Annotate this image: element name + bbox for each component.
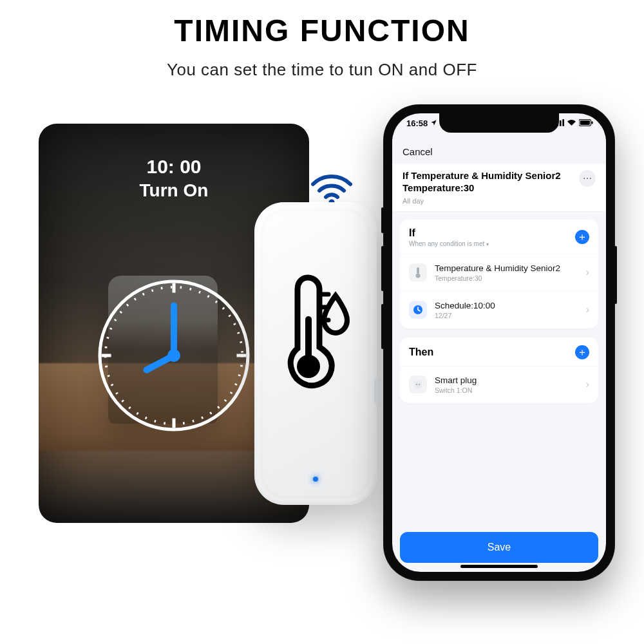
automation-title: If Temperature & Humidity Senior2 Temper… [402, 170, 573, 194]
svg-rect-17 [560, 120, 562, 126]
sensor-notch [374, 378, 381, 404]
sensor-led [313, 477, 318, 482]
status-time: 16:58 [406, 118, 428, 128]
action-title: Smart plug [435, 375, 578, 385]
scene-time: 10: 00 [39, 156, 309, 178]
plug-icon [409, 375, 427, 393]
then-section: Then ＋ Smart plug Switch 1:ON [400, 337, 598, 403]
thermometer-humidity-icon [274, 271, 357, 400]
if-title: If [409, 227, 489, 239]
automation-header: If Temperature & Humidity Senior2 Temper… [392, 164, 606, 212]
wifi-status-icon [567, 118, 576, 128]
svg-point-23 [416, 274, 421, 278]
if-section: If When any condition is met ▾ ＋ Tempe [400, 220, 598, 328]
phone-mockup: 16:58 [383, 104, 615, 581]
svg-rect-18 [562, 119, 564, 126]
svg-rect-20 [580, 120, 590, 125]
wifi-icon [309, 170, 354, 206]
chevron-right-icon: › [586, 267, 589, 278]
svg-point-8 [167, 349, 180, 362]
svg-point-27 [419, 384, 420, 385]
stage: 10: 00 Turn On [0, 99, 644, 614]
then-title: Then [409, 346, 433, 358]
chevron-right-icon: › [586, 379, 589, 390]
svg-rect-25 [414, 381, 422, 388]
more-button[interactable]: ⋯ [579, 170, 596, 187]
automation-subtitle: All day [402, 197, 573, 205]
schedule-row[interactable]: Schedule:10:00 12/27 › [400, 291, 598, 328]
condition-detail: Temperature:30 [435, 274, 578, 282]
battery-icon [579, 118, 593, 128]
condition-row[interactable]: Temperature & Humidity Senior2 Temperatu… [400, 254, 598, 291]
add-condition-button[interactable]: ＋ [575, 230, 589, 244]
chevron-right-icon: › [586, 304, 589, 316]
add-action-button[interactable]: ＋ [575, 345, 589, 359]
home-indicator[interactable] [460, 565, 538, 568]
phone-screen: 16:58 [392, 113, 606, 572]
automation-app: Cancel If Temperature & Humidity Senior2… [392, 139, 606, 572]
svg-rect-11 [305, 316, 312, 361]
cancel-button[interactable]: Cancel [402, 146, 433, 157]
if-condition-label[interactable]: When any condition is met [409, 240, 484, 247]
condition-title: Temperature & Humidity Senior2 [435, 263, 578, 273]
schedule-title: Schedule:10:00 [435, 301, 578, 310]
scene-action: Turn On [39, 180, 309, 201]
sensor-device [254, 202, 377, 505]
clock-illustration [93, 275, 254, 436]
location-icon [430, 118, 437, 128]
schedule-detail: 12/27 [435, 312, 578, 319]
phone-notch [439, 113, 559, 133]
nav-bar: Cancel [392, 139, 606, 164]
app-content: If When any condition is met ▾ ＋ Tempe [392, 212, 606, 530]
page-title: TIMING FUNCTION [0, 13, 644, 48]
svg-rect-21 [591, 121, 592, 124]
action-row[interactable]: Smart plug Switch 1:ON › [400, 366, 598, 403]
scene-caption: 10: 00 Turn On [39, 156, 309, 201]
marketing-header: TIMING FUNCTION You can set the time to … [0, 0, 644, 80]
svg-point-26 [416, 384, 417, 385]
save-button[interactable]: Save [400, 532, 598, 563]
sensor-icon [409, 263, 427, 281]
page-subtitle: You can set the time to tun ON and OFF [0, 60, 644, 80]
action-detail: Switch 1:ON [435, 386, 578, 394]
svg-rect-22 [417, 267, 419, 274]
clock-icon [409, 301, 427, 319]
